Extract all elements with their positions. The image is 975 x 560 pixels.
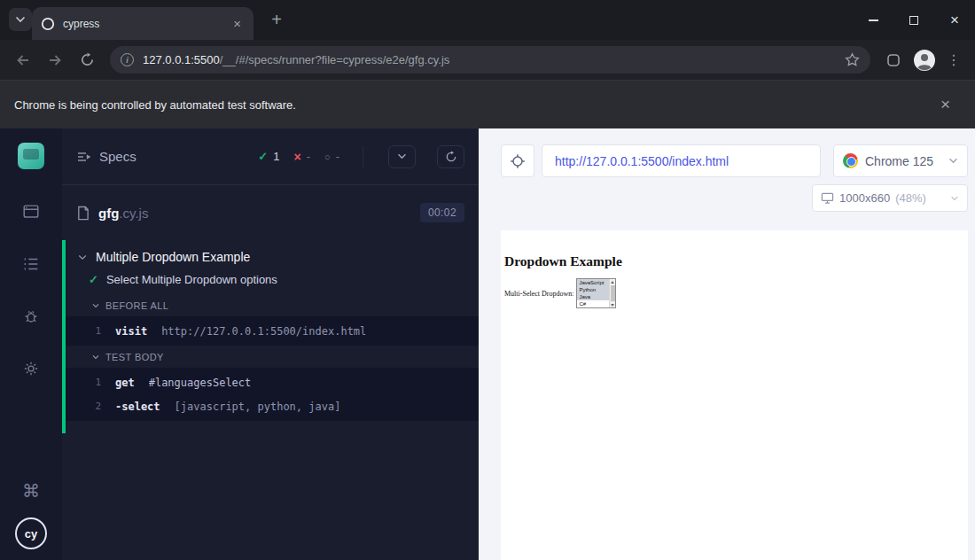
specs-panel-title: Specs xyxy=(99,149,136,164)
scrollbar-thumb[interactable] xyxy=(611,285,615,301)
command-message: #languagesSelect xyxy=(149,377,252,389)
keyboard-shortcuts-button[interactable]: ⌘ xyxy=(22,473,40,509)
command-row[interactable]: 1 visit http://127.0.0.1:5500/index.html xyxy=(66,319,479,343)
chevron-down-icon xyxy=(92,354,99,360)
tab-close-icon[interactable]: × xyxy=(230,15,245,32)
extensions-icon xyxy=(886,53,901,67)
spec-name: gfg xyxy=(98,206,119,221)
scroll-down-icon[interactable] xyxy=(611,304,614,307)
sidebar-debug-button[interactable] xyxy=(12,297,51,336)
cypress-logo[interactable]: cy xyxy=(15,517,47,549)
rerun-button[interactable] xyxy=(437,145,464,168)
back-button[interactable] xyxy=(9,46,37,74)
x-icon: × xyxy=(293,150,300,164)
site-info-icon[interactable]: i xyxy=(121,53,134,66)
collapse-all-button[interactable] xyxy=(388,145,416,168)
viewport-select[interactable]: 1000x660 (48%) xyxy=(812,184,968,212)
sidebar-settings-button[interactable] xyxy=(12,349,51,388)
browser-tab-cypress[interactable]: cypress × xyxy=(32,7,254,40)
chevron-down-icon xyxy=(948,158,958,164)
aut-toolbar-row1: http://127.0.0.1:5500/index.html Chrome … xyxy=(501,144,968,177)
window-close-button[interactable]: × xyxy=(934,0,975,40)
extensions-button[interactable] xyxy=(879,46,908,74)
sidebar-runs-button[interactable] xyxy=(12,245,51,284)
select-options: JavaScript Python Java C# xyxy=(577,279,609,307)
spec-extension: .cy.js xyxy=(119,206,148,221)
failed-count: - xyxy=(307,150,310,163)
scroll-up-icon[interactable] xyxy=(611,281,614,284)
reload-button[interactable] xyxy=(73,46,101,74)
url-path: /__/#/specs/runner?file=cypress/e2e/gfg.… xyxy=(220,53,450,66)
command-row[interactable]: 1 get #languagesSelect xyxy=(66,370,479,394)
url-text: 127.0.0.1:5500/__/#/specs/runner?file=cy… xyxy=(143,53,845,66)
viewport-icon xyxy=(821,191,834,205)
browser-version-label: Chrome 125 xyxy=(865,154,933,168)
profile-button[interactable] xyxy=(911,47,938,74)
passed-count: 1 xyxy=(273,150,279,163)
command-name: visit xyxy=(115,325,147,338)
command-block-before-all: 1 visit http://127.0.0.1:5500/index.html xyxy=(66,316,479,346)
specs-title-wrap[interactable]: Specs xyxy=(76,149,136,164)
command-name: get xyxy=(115,377,135,389)
check-icon: ✓ xyxy=(258,150,268,163)
stat-passed: ✓ 1 xyxy=(258,150,279,163)
command-row[interactable]: 2 -select [javascript, python, java] xyxy=(66,394,479,418)
specs-panel: Specs ✓ 1 × - ○ - xyxy=(62,128,479,560)
hook-test-body-row[interactable]: TEST BODY xyxy=(66,346,479,368)
omnibox[interactable]: i 127.0.0.1:5500/__/#/specs/runner?file=… xyxy=(110,46,870,74)
maximize-icon xyxy=(909,16,918,25)
select-option[interactable]: JavaScript xyxy=(577,279,609,286)
bug-icon xyxy=(21,307,41,326)
pending-count: - xyxy=(336,150,339,163)
browser-menu-button[interactable]: ⋮ xyxy=(941,46,966,74)
automation-notice-text: Chrome is being controlled by automated … xyxy=(14,98,296,112)
specs-list-icon xyxy=(76,150,90,164)
select-option[interactable]: Java xyxy=(577,293,609,300)
circle-icon: ○ xyxy=(324,152,331,162)
languages-multi-select[interactable]: JavaScript Python Java C# xyxy=(576,278,616,308)
header-divider xyxy=(363,146,363,167)
select-option[interactable]: C# xyxy=(577,300,609,307)
command-message: [javascript, python, java] xyxy=(175,401,341,413)
window-minimize-button[interactable] xyxy=(853,0,893,40)
cypress-app: ⌘ cy Specs ✓ 1 × - xyxy=(0,128,975,560)
chevron-down-icon xyxy=(15,16,26,23)
notice-close-icon[interactable]: × xyxy=(930,95,961,114)
viewport-size-label: 1000x660 xyxy=(839,191,890,205)
reporter-log: Multiple Dropdown Example ✓ Select Multi… xyxy=(62,240,479,560)
refresh-icon xyxy=(445,151,457,163)
browser-version-select[interactable]: Chrome 125 xyxy=(833,144,968,177)
browser-toolbar: i 127.0.0.1:5500/__/#/specs/runner?file=… xyxy=(0,40,975,80)
chevron-down-icon xyxy=(92,303,99,308)
tab-search-button[interactable] xyxy=(9,8,32,31)
new-tab-button[interactable]: + xyxy=(264,8,289,33)
selector-playground-button[interactable] xyxy=(501,144,534,177)
tab-title: cypress xyxy=(63,18,222,30)
forward-button[interactable] xyxy=(41,46,69,74)
window-maximize-button[interactable] xyxy=(893,0,934,40)
select-option[interactable]: Python xyxy=(577,286,609,293)
aut-iframe: Dropdown Example Multi-Select Dropdown: … xyxy=(501,230,968,560)
test-row[interactable]: ✓ Select Multiple Dropdown options xyxy=(66,268,479,294)
multi-select-row: Multi-Select Dropdown: JavaScript Python… xyxy=(504,278,968,308)
forward-arrow-icon xyxy=(47,52,63,68)
profile-avatar-icon xyxy=(913,49,936,72)
suite-title: Multiple Dropdown Example xyxy=(96,250,250,264)
check-icon: ✓ xyxy=(89,273,98,286)
window-controls: × xyxy=(853,0,975,40)
aut-panel: http://127.0.0.1:5500/index.html Chrome … xyxy=(479,128,975,560)
hook-before-all-row[interactable]: BEFORE ALL xyxy=(66,294,479,316)
spec-file-row[interactable]: gfg .cy.js 00:02 xyxy=(62,185,479,240)
automation-notice-bar: Chrome is being controlled by automated … xyxy=(0,80,975,128)
suite-row[interactable]: Multiple Dropdown Example xyxy=(66,240,479,268)
aut-url-input[interactable]: http://127.0.0.1:5500/index.html xyxy=(542,144,821,177)
bookmark-star-icon[interactable] xyxy=(845,52,860,67)
aut-toolbar-row2: 1000x660 (48%) xyxy=(501,184,968,212)
chevron-down-icon xyxy=(78,254,87,261)
test-title: Select Multiple Dropdown options xyxy=(106,273,277,286)
project-logo-icon[interactable] xyxy=(18,143,44,169)
crosshair-icon xyxy=(510,153,526,169)
sidebar-specs-button[interactable] xyxy=(12,192,51,231)
select-scrollbar[interactable] xyxy=(609,279,615,307)
command-name: -select xyxy=(115,401,160,413)
